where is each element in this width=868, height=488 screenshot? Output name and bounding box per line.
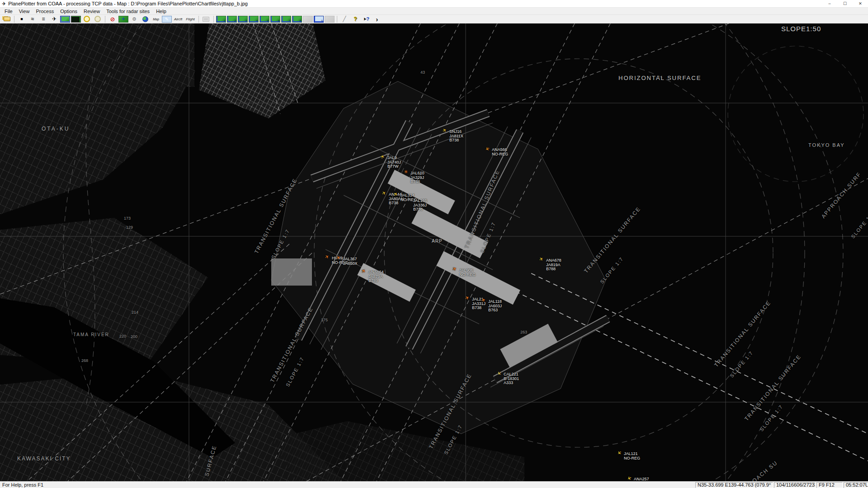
aircraft-label-text: JAL121NO-REG bbox=[624, 452, 640, 460]
map-preset-4-button[interactable]: 4 bbox=[249, 16, 259, 23]
map-preset-9-button bbox=[303, 16, 313, 23]
aircraft-label-text: ANA257 bbox=[634, 477, 649, 481]
aircraft-cal221[interactable]: ✈CAL221B-18301A333 bbox=[498, 372, 519, 385]
context-help-button[interactable] bbox=[361, 15, 371, 23]
map-label: 214 bbox=[132, 310, 138, 314]
menu-bar: FileViewProcessOptionsReviewTools for ra… bbox=[0, 8, 868, 14]
aircraft-jal121[interactable]: ✈JAL121NO-REG bbox=[618, 452, 640, 460]
radar-view-button[interactable] bbox=[71, 16, 81, 23]
map-label: ARP bbox=[432, 239, 443, 244]
status-function-keys: F9 F12 bbox=[816, 482, 843, 488]
map-label: 220 bbox=[119, 334, 126, 338]
status-bar: For Help, press F1 N35-33.699 E139-44.76… bbox=[0, 481, 868, 488]
open-file-button[interactable] bbox=[2, 15, 12, 23]
toolbar-separator bbox=[14, 16, 14, 23]
map-button[interactable] bbox=[151, 15, 161, 23]
aircraft-label-text: ANA864JA879AB789 bbox=[368, 270, 384, 283]
aircraft-view-button[interactable] bbox=[49, 15, 59, 23]
aircraft-ana864[interactable]: ✈ANA864JA879AB789 bbox=[363, 270, 384, 283]
map-preset-3-button[interactable]: 3 bbox=[238, 16, 248, 23]
maximize-button[interactable]: ☐ bbox=[837, 0, 853, 7]
expand-toolbar-button[interactable] bbox=[372, 15, 382, 23]
menu-item-options[interactable]: Options bbox=[57, 8, 80, 14]
status-utc-time: 05:52:07UTC bbox=[844, 482, 868, 488]
world-map-button[interactable] bbox=[140, 15, 150, 23]
map-preset-5-button[interactable]: 5 bbox=[259, 16, 269, 23]
title-bar: ✈ PlanePlotter from COAA - processing TC… bbox=[0, 0, 868, 8]
status-help: For Help, press F1 bbox=[0, 482, 694, 488]
toolbar: AircftFlight123456789 bbox=[0, 14, 868, 23]
map-label: HORIZONTAL SURFACE bbox=[618, 75, 701, 81]
signal-display-button[interactable] bbox=[28, 15, 38, 23]
stop-processing-button[interactable] bbox=[17, 15, 27, 23]
chart-map[interactable]: SLOPE1:50HORIZONTAL SURFACETOKYO BAYOTA-… bbox=[0, 23, 868, 481]
alert-active-button[interactable] bbox=[82, 15, 92, 23]
share-chart-button[interactable] bbox=[118, 16, 128, 23]
tools-button[interactable] bbox=[129, 15, 139, 23]
map-label: 129 bbox=[126, 225, 133, 230]
app-icon: ✈ bbox=[2, 1, 6, 7]
map-label: TAMA RIVER bbox=[73, 332, 109, 337]
map-label: 263 bbox=[520, 330, 527, 334]
aircraft-ana566[interactable]: ✈ANA566NO-REG bbox=[486, 148, 508, 156]
aircraft-label-text: JAL165JA336JB738 bbox=[413, 199, 427, 212]
map-preset-10-button[interactable]: 9 bbox=[314, 16, 324, 23]
toolbar-separator bbox=[198, 16, 199, 23]
menu-item-review[interactable]: Review bbox=[80, 8, 103, 14]
mute-alerts-button[interactable] bbox=[108, 15, 118, 23]
map-preset-2-button[interactable]: 2 bbox=[227, 16, 237, 23]
close-button[interactable]: ✕ bbox=[853, 0, 868, 7]
map-label: 173 bbox=[124, 216, 131, 221]
aircraft-jal610[interactable]: ✳JAL610JA329JB738 bbox=[405, 171, 425, 184]
aircraft-label-text: JAL9JA740JB77W bbox=[387, 156, 401, 169]
aircraft-burst-icon: ✳ bbox=[404, 170, 408, 174]
toolbar-separator bbox=[213, 16, 214, 23]
map-label: 175 bbox=[321, 318, 328, 322]
menu-item-process[interactable]: Process bbox=[33, 8, 57, 14]
aircraft-jal165[interactable]: JAL165JA336JB738 bbox=[408, 199, 427, 212]
map-preset-6-button[interactable]: 6 bbox=[270, 16, 280, 23]
tama-river-shape bbox=[0, 298, 235, 458]
menu-item-help[interactable]: Help bbox=[153, 8, 170, 14]
map-preset-7-button[interactable]: 7 bbox=[281, 16, 291, 23]
aircraft-label-text: JAL906NO-REG bbox=[459, 268, 476, 277]
status-position: N35-33.699 E139-44.763 (079.9° 140.8nm) bbox=[695, 482, 773, 488]
aircraft-jal906[interactable]: ✈JAL906NO-REG bbox=[454, 268, 476, 277]
minimize-button[interactable]: – bbox=[822, 0, 837, 7]
menu-item-file[interactable]: File bbox=[1, 8, 16, 14]
map-label: OTA-KU bbox=[42, 126, 70, 132]
aircraft-label-text: ANA566NO-REG bbox=[492, 148, 508, 156]
aircraft-label-text: SNJ16JA811XB738 bbox=[449, 130, 463, 143]
aircraft-label-text: JAL610JA329JB738 bbox=[410, 171, 425, 184]
aircraft-label-text: JAL118JA603JB763 bbox=[488, 300, 502, 313]
window-title: PlanePlotter from COAA - processing TCP … bbox=[8, 1, 248, 6]
chart-view-button[interactable] bbox=[60, 16, 70, 23]
aircraft-label-text: JAL367JA850X bbox=[343, 257, 358, 266]
aircraft-jal118[interactable]: ✈JAL118JA603JB763 bbox=[483, 300, 502, 313]
chart-linework bbox=[0, 23, 868, 481]
aircraft-jal367[interactable]: ✈JAL367JA850X bbox=[338, 257, 358, 266]
help-button[interactable] bbox=[350, 15, 360, 23]
aircraft-jal9[interactable]: ✈JAL9JA740JB77W bbox=[382, 156, 401, 169]
map-label: KAWASAKI CITY bbox=[17, 455, 71, 462]
window-controls: – ☐ ✕ bbox=[822, 0, 868, 7]
flight-list-button[interactable]: Flight bbox=[184, 15, 196, 23]
message-levels-button[interactable] bbox=[38, 15, 48, 23]
map-label: TOKYO BAY bbox=[808, 142, 845, 148]
map-preset-11-button bbox=[325, 16, 335, 23]
aircraft-ana257[interactable]: ✈ANA257 bbox=[628, 477, 649, 481]
status-counters: 104/116606/27233 bbox=[774, 482, 816, 488]
map-label: 43 bbox=[420, 70, 425, 75]
chart-edit-button[interactable] bbox=[162, 16, 172, 23]
menu-item-view[interactable]: View bbox=[16, 8, 33, 14]
map-preset-8-button[interactable]: 8 bbox=[292, 16, 302, 23]
map-label: SLOPE1:50 bbox=[781, 25, 821, 33]
aircraft-ana678[interactable]: ✈ANA678JA819AB788 bbox=[541, 258, 561, 272]
alert-idle-button[interactable] bbox=[93, 15, 103, 23]
draw-line-button[interactable] bbox=[340, 15, 349, 23]
menu-item-tools-for-radar-sites[interactable]: Tools for radar sites bbox=[103, 8, 153, 14]
toolbar-separator bbox=[337, 16, 337, 23]
aircraft-list-button[interactable]: Aircft bbox=[173, 15, 184, 23]
map-preset-1-button[interactable]: 1 bbox=[216, 16, 226, 23]
aircraft-snj16[interactable]: ✈SNJ16JA811XB738 bbox=[444, 130, 463, 143]
